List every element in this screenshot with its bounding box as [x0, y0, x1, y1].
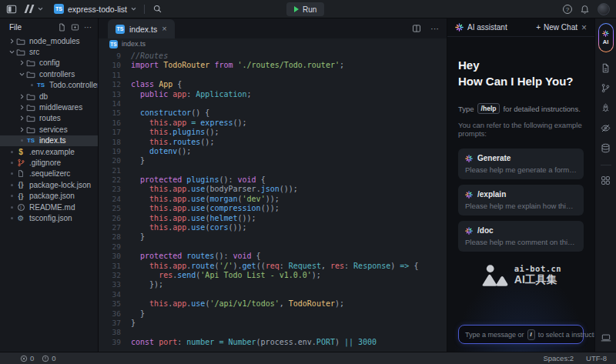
line-number[interactable]: 10	[99, 61, 131, 70]
line-number[interactable]: 36	[99, 309, 131, 319]
line-number[interactable]: 37	[99, 319, 131, 328]
line-number[interactable]: 33	[99, 280, 131, 289]
code-line-22[interactable]: 22 protected plugins(): void {	[99, 175, 447, 185]
tree-item-src[interactable]: src	[0, 46, 98, 57]
code-line-32[interactable]: 32 res.send('Api Todo List - v1.0.0');	[99, 271, 447, 280]
line-number[interactable]: 22	[99, 175, 131, 185]
indentation-indicator[interactable]: Spaces:2	[543, 354, 574, 362]
new-file-icon[interactable]	[58, 23, 66, 32]
line-number[interactable]: 27	[99, 223, 131, 232]
prompt-card-explain[interactable]: /explainPlease help me explain how this …	[458, 185, 584, 215]
code-line-30[interactable]: 30 protected routes(): void {	[99, 252, 447, 261]
grid-icon[interactable]	[601, 175, 611, 185]
code-line-23[interactable]: 23 this.app.use(bodyParser.json());	[99, 185, 447, 194]
code-line-10[interactable]: 10import TodoRouter from './routes/Todo.…	[99, 61, 447, 70]
code-line-13[interactable]: 13 public app: Application;	[99, 90, 447, 99]
tree-item--env-example[interactable]: $.env.example	[0, 146, 98, 157]
run-button[interactable]: Run	[286, 2, 324, 16]
prompt-card-generate[interactable]: GeneratePlease help me generate a form c…	[458, 149, 584, 179]
line-number[interactable]: 11	[99, 71, 131, 80]
line-number[interactable]: 30	[99, 252, 131, 261]
line-number[interactable]: 31	[99, 262, 131, 271]
tab-index-ts[interactable]: TS index.ts ×	[108, 19, 175, 38]
code-line-33[interactable]: 33 });	[99, 280, 447, 289]
editor-more-icon[interactable]: ···	[430, 24, 439, 33]
tree-item-config[interactable]: config	[0, 58, 98, 68]
tree-item-tsconfig-json[interactable]: ⚙tsconfig.json	[0, 212, 98, 223]
line-number[interactable]: 20	[99, 156, 131, 165]
code-line-25[interactable]: 25 this.app.use(compression());	[99, 204, 447, 213]
code-line-12[interactable]: 12class App {	[99, 80, 447, 89]
tree-item-todo-controller-ts[interactable]: TSTodo.controller.ts	[0, 80, 98, 91]
code-line-26[interactable]: 26 this.app.use(helmet());	[99, 214, 447, 223]
line-number[interactable]: 29	[99, 242, 131, 252]
line-number[interactable]: 19	[99, 147, 131, 156]
encoding-indicator[interactable]: UTF-8	[586, 354, 607, 362]
code-line-28[interactable]: 28 }	[99, 232, 447, 242]
line-number[interactable]: 32	[99, 271, 131, 280]
help-icon[interactable]: ?	[563, 5, 572, 14]
line-number[interactable]: 26	[99, 214, 131, 223]
tree-item--gitignore[interactable]: .gitignore	[0, 157, 98, 168]
eye-off-icon[interactable]	[601, 123, 611, 133]
split-editor-icon[interactable]	[412, 24, 421, 33]
rail-ai-assistant-button[interactable]: AI	[598, 23, 614, 52]
line-number[interactable]: 16	[99, 119, 131, 128]
code-line-39[interactable]: 39const port: number = Number(process.en…	[99, 338, 447, 347]
git-branch-icon[interactable]	[601, 83, 611, 93]
tab-close-icon[interactable]: ×	[162, 25, 166, 33]
bell-icon[interactable]	[580, 5, 590, 15]
code-line-29[interactable]: 29	[99, 242, 447, 252]
code-line-15[interactable]: 15 constructor() {	[99, 109, 447, 118]
laptop-icon[interactable]	[601, 333, 611, 342]
code-line-9[interactable]: 9//Routes	[99, 52, 447, 61]
code-line-38[interactable]: 38	[99, 328, 447, 337]
line-number[interactable]: 25	[99, 204, 131, 213]
app-logo[interactable]	[23, 4, 43, 14]
line-number[interactable]: 24	[99, 195, 131, 204]
line-number[interactable]: 38	[99, 328, 131, 337]
ai-message-input[interactable]: Type a message or / to select a instruct…	[458, 325, 584, 344]
line-number[interactable]: 17	[99, 128, 131, 137]
code-line-14[interactable]: 14	[99, 99, 447, 109]
search-icon[interactable]	[152, 4, 162, 14]
line-number[interactable]: 15	[99, 109, 131, 118]
database-icon[interactable]	[601, 143, 611, 153]
line-number[interactable]: 34	[99, 290, 131, 299]
code-line-35[interactable]: 35 this.app.use('/api/v1/todos', TodoRou…	[99, 299, 447, 309]
line-number[interactable]: 39	[99, 338, 131, 347]
project-switcher[interactable]: TS express-todo-list	[54, 4, 136, 14]
rocket-icon[interactable]	[601, 103, 611, 113]
doc-icon[interactable]	[601, 63, 611, 73]
line-number[interactable]: 12	[99, 80, 131, 89]
tree-item-package-lock-json[interactable]: {}package-lock.json	[0, 179, 98, 190]
code-line-17[interactable]: 17 this.plugins();	[99, 128, 447, 137]
code-line-34[interactable]: 34	[99, 290, 447, 299]
prompt-card-doc[interactable]: /docPlease help me comment on this code.	[458, 221, 584, 252]
line-number[interactable]: 23	[99, 185, 131, 194]
code-line-21[interactable]: 21	[99, 166, 447, 175]
code-line-24[interactable]: 24 this.app.use(morgan('dev'));	[99, 195, 447, 204]
code-line-20[interactable]: 20 }	[99, 156, 447, 165]
tree-item-services[interactable]: services	[0, 124, 98, 135]
tree-item--sequelizerc[interactable]: .sequelizerc	[0, 169, 98, 179]
tree-item-index-ts[interactable]: TSindex.ts	[0, 135, 98, 146]
tree-item-db[interactable]: db	[0, 91, 98, 102]
problems-errors[interactable]: 0	[20, 354, 34, 362]
code-line-37[interactable]: 37}	[99, 319, 447, 328]
code-line-31[interactable]: 31 this.app.route('/').get((req: Request…	[99, 262, 447, 271]
avatar[interactable]	[598, 3, 610, 15]
line-number[interactable]: 13	[99, 90, 131, 99]
tree-item-readme-md[interactable]: iREADME.md	[0, 202, 98, 212]
line-number[interactable]: 14	[99, 99, 131, 109]
line-number[interactable]: 18	[99, 138, 131, 147]
ai-panel-close-icon[interactable]: ×	[581, 23, 587, 32]
tree-item-package-json[interactable]: {}package.json	[0, 190, 98, 201]
line-number[interactable]: 28	[99, 232, 131, 242]
code-line-19[interactable]: 19 dotenv();	[99, 147, 447, 156]
tree-item-controllers[interactable]: controllers	[0, 68, 98, 79]
more-icon[interactable]: ···	[84, 23, 92, 32]
line-number[interactable]: 35	[99, 299, 131, 309]
tree-item-middlewares[interactable]: middlewares	[0, 102, 98, 112]
new-chat-button[interactable]: + New Chat	[536, 23, 578, 32]
